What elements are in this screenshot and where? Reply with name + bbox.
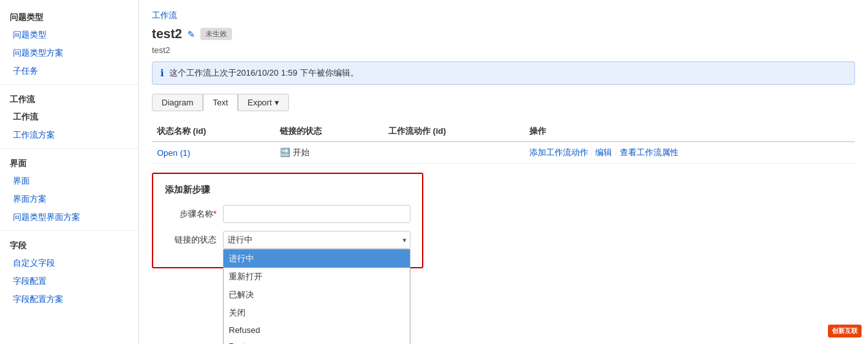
page-title: test2 (152, 27, 182, 41)
sidebar-group-issue-type: 问题类型 问题类型 问题类型方案 子任务 (0, 6, 138, 80)
col-header-workflow-action: 工作流动作 (id) (383, 122, 524, 142)
sidebar: 问题类型 问题类型 问题类型方案 子任务 工作流 工作流 工作流方案 界面 界面… (0, 0, 139, 344)
dropdown-option-2[interactable]: 已解决 (224, 286, 410, 304)
sidebar-item-custom-field[interactable]: 自定义字段 (0, 254, 138, 272)
state-name-link[interactable]: Open (1) (157, 148, 190, 158)
info-text: 这个工作流上次于2016/10/20 1:59 下午被你编辑。 (169, 67, 359, 79)
select-arrow-icon: ▾ (403, 236, 407, 244)
workflow-table: 状态名称 (id) 链接的状态 工作流动作 (id) 操作 Open (1) 🔜… (152, 122, 855, 164)
tab-export[interactable]: Export ▾ (238, 94, 289, 111)
sidebar-item-issue-interface-solution[interactable]: 问题类型界面方案 (0, 208, 138, 226)
dropdown-option-4[interactable]: Refused (224, 322, 410, 338)
sidebar-item-field-config-solution[interactable]: 字段配置方案 (0, 290, 138, 308)
sidebar-item-interface[interactable]: 界面 (0, 172, 138, 190)
dropdown-option-0[interactable]: 进行中 (224, 250, 410, 268)
edit-icon[interactable]: ✎ (187, 29, 195, 39)
title-row: test2 ✎ 未生效 (152, 27, 855, 41)
chevron-down-icon: ▾ (275, 98, 279, 107)
status-badge: 未生效 (200, 28, 232, 40)
add-step-form: 添加新步骤 步骤名称* 链接的状态 进行中 ▾ 进行中 重新打开 已解决 (152, 173, 423, 268)
action-add-workflow[interactable]: 添加工作流动作 (529, 147, 588, 158)
dropdown-list: 进行中 重新打开 已解决 关闭 Refused Postpone Verifie… (223, 249, 410, 344)
sidebar-divider-3 (0, 230, 138, 231)
step-name-input[interactable] (223, 205, 410, 223)
linked-state-select-wrapper: 进行中 ▾ 进行中 重新打开 已解决 关闭 Refused Postpone V… (223, 231, 410, 249)
sidebar-group-workflow: 工作流 工作流 工作流方案 (0, 89, 138, 144)
tab-bar: Diagram Text Export ▾ (152, 94, 855, 111)
sidebar-divider-2 (0, 148, 138, 149)
tab-text[interactable]: Text (203, 94, 238, 111)
dropdown-option-5[interactable]: Postpone (224, 338, 410, 344)
sidebar-group-interface: 界面 界面 界面方案 问题类型界面方案 (0, 153, 138, 226)
add-step-title: 添加新步骤 (165, 184, 410, 196)
sidebar-item-field-config[interactable]: 字段配置 (0, 272, 138, 290)
col-header-linked-state: 链接的状态 (275, 122, 383, 142)
sidebar-item-workflow-solution[interactable]: 工作流方案 (0, 126, 138, 144)
dropdown-option-1[interactable]: 重新打开 (224, 268, 410, 286)
table-row: Open (1) 🔜 开始 添加工作流动作 · 编辑 · 查看工作流属性 (152, 142, 855, 164)
sidebar-group-field: 字段 自定义字段 字段配置 字段配置方案 (0, 235, 138, 308)
sidebar-item-issue-type-solution[interactable]: 问题类型方案 (0, 44, 138, 62)
linked-state-label: 链接的状态 (165, 234, 217, 246)
sidebar-item-workflow[interactable]: 工作流 (0, 108, 138, 126)
dropdown-option-3[interactable]: 关闭 (224, 304, 410, 322)
col-header-actions: 操作 (524, 122, 856, 142)
breadcrumb[interactable]: 工作流 (152, 10, 855, 21)
workflow-action-cell (383, 142, 524, 164)
info-box: ℹ 这个工作流上次于2016/10/20 1:59 下午被你编辑。 (152, 61, 855, 85)
linked-state-row: 链接的状态 进行中 ▾ 进行中 重新打开 已解决 关闭 Refused Post… (165, 231, 410, 249)
info-icon: ℹ (160, 67, 164, 79)
main-content: 工作流 test2 ✎ 未生效 test2 ℹ 这个工作流上次于2016/10/… (139, 0, 868, 344)
subtitle: test2 (152, 45, 855, 55)
sidebar-item-issue-type[interactable]: 问题类型 (0, 26, 138, 44)
sidebar-item-interface-solution[interactable]: 界面方案 (0, 190, 138, 208)
sidebar-item-subtask[interactable]: 子任务 (0, 62, 138, 80)
action-view-props[interactable]: 查看工作流属性 (620, 147, 679, 158)
sidebar-divider-1 (0, 84, 138, 85)
step-name-label: 步骤名称* (165, 208, 217, 220)
tab-diagram[interactable]: Diagram (152, 94, 203, 111)
step-name-row: 步骤名称* (165, 205, 410, 223)
sidebar-group-label-field: 字段 (0, 235, 138, 254)
bottom-logo: 创新互联 (828, 325, 862, 338)
sidebar-group-label-issue-type: 问题类型 (0, 6, 138, 26)
linked-state-select[interactable]: 进行中 ▾ (223, 231, 410, 249)
sidebar-group-label-workflow: 工作流 (0, 89, 138, 108)
action-edit[interactable]: 编辑 (595, 147, 612, 158)
action-links: 添加工作流动作 · 编辑 · 查看工作流属性 (529, 147, 851, 158)
col-header-state-name: 状态名称 (id) (152, 122, 275, 142)
sidebar-group-label-interface: 界面 (0, 153, 138, 172)
linked-state-value: 🔜 开始 (280, 147, 310, 157)
